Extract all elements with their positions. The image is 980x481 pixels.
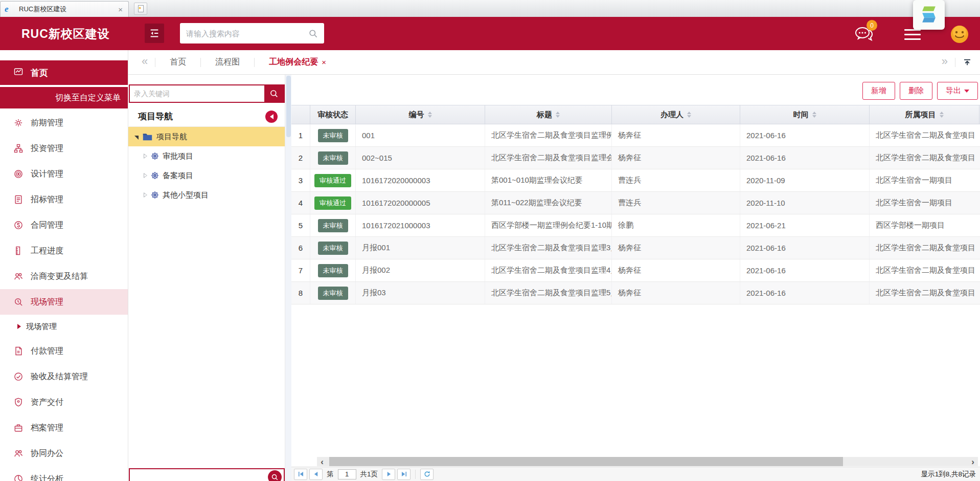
screenshot-widget[interactable] <box>913 0 945 30</box>
tab-0[interactable]: 首页 <box>155 57 200 68</box>
cell-status: 未审核 <box>310 147 356 169</box>
column-header-3[interactable]: 标题 <box>485 105 612 124</box>
tab-2[interactable]: 工地例会纪要× <box>255 57 340 68</box>
table-row[interactable]: 7未审核月报002北区学生宿舍二期及食堂项目监理4月报杨奔征2021-06-16… <box>291 259 980 282</box>
sidebar-item-menu-5[interactable]: 招标管理 <box>0 187 128 212</box>
archive-icon <box>13 423 24 433</box>
tree-panel-header: 项目导航 <box>129 106 285 127</box>
scrollbar-thumb[interactable] <box>286 76 291 137</box>
table-area: 新增 删除 导出 审核状态编号标题办理人时间所属项目 1未审核001北区学生宿舍… <box>291 75 980 481</box>
table-row[interactable]: 4审核通过1016172020000005第011~022期监理会议纪要曹连兵2… <box>291 192 980 214</box>
tree-search-button-bottom[interactable] <box>268 470 282 481</box>
caret-collapsed-icon[interactable] <box>144 192 147 198</box>
left-triangle-icon <box>270 114 274 119</box>
search-icon[interactable] <box>308 29 318 38</box>
tree-search-button[interactable] <box>264 85 284 102</box>
sidebar-item-menu-4[interactable]: 设计管理 <box>0 161 128 187</box>
caret-expanded-icon[interactable] <box>134 136 139 140</box>
column-label: 办理人 <box>660 110 683 120</box>
table-row[interactable]: 2未审核002~015北区学生宿舍二期及食堂项目监理会议纪要杨奔征2021-06… <box>291 147 980 169</box>
delete-button[interactable]: 删除 <box>900 82 932 100</box>
table-row[interactable]: 1未审核001北区学生宿舍二期及食堂项目监理例会纪要杨奔征2021-06-16北… <box>291 124 980 147</box>
vertical-scrollbar[interactable] <box>285 75 291 481</box>
user-avatar[interactable] <box>948 23 971 46</box>
tree-node-0[interactable]: 审批项目 <box>128 146 285 166</box>
sidebar-item-label: 前期管理 <box>31 118 63 128</box>
table-row[interactable]: 6未审核月报001北区学生宿舍二期及食堂项目监理3月报杨奔征2021-06-16… <box>291 237 980 259</box>
tab-1[interactable]: 流程图 <box>201 57 254 68</box>
tree-node-1[interactable]: 备案项目 <box>128 166 285 185</box>
table-row[interactable]: 3审核通过1016172020000003第001~010期监理会议纪要曹连兵2… <box>291 169 980 192</box>
caret-collapsed-icon[interactable] <box>144 173 147 178</box>
panel-collapse-button[interactable] <box>265 111 278 123</box>
messages-button[interactable]: 0 <box>853 23 875 46</box>
tree-keyword-input[interactable] <box>130 85 264 102</box>
tabs-scroll-left-icon[interactable]: « <box>128 55 155 70</box>
table-row[interactable]: 5未审核1016172021000003西区学部楼一期监理例会纪要1-10期徐鹏… <box>291 214 980 237</box>
export-button[interactable]: 导出 <box>937 82 978 100</box>
tree-node-2[interactable]: 其他小型项目 <box>128 185 285 205</box>
first-page-button[interactable] <box>294 469 307 480</box>
next-page-button[interactable] <box>382 469 395 480</box>
tree-keyword-input-bottom[interactable] <box>130 473 268 481</box>
sidebar-item-menu-6[interactable]: 合同管理 <box>0 212 128 238</box>
browser-tab[interactable]: e RUC新校区建设 × <box>0 1 129 17</box>
sidebar-item-menu-16[interactable]: 统计分析 <box>0 466 128 481</box>
sidebar-item-menu-3[interactable]: 投资管理 <box>0 136 128 161</box>
table-row[interactable]: 8未审核月报03北区学生宿舍二期及食堂项目监理5月报杨奔征2021-06-16北… <box>291 282 980 304</box>
cell-date: 2021-06-16 <box>740 237 870 259</box>
cell-code: 002~015 <box>356 147 485 169</box>
column-header-5[interactable]: 时间 <box>740 105 870 124</box>
new-tab-page-icon: ✦ <box>138 5 144 12</box>
sidebar-item-menu-0[interactable]: 首页 <box>0 60 128 85</box>
cell-code: 1016172021000003 <box>356 214 485 236</box>
sidebar-item-label: 切换至自定义菜单 <box>55 93 121 103</box>
tab-close-icon[interactable]: × <box>322 58 326 67</box>
sidebar-item-menu-7[interactable]: 工程进度 <box>0 238 128 264</box>
column-header-4[interactable]: 办理人 <box>612 105 740 124</box>
tab-label: 工地例会纪要 <box>269 57 318 68</box>
row-number: 1 <box>291 124 310 146</box>
new-tab-button[interactable]: ✦ <box>134 3 147 15</box>
column-header-0 <box>291 105 310 124</box>
sidebar-collapse-button[interactable] <box>145 24 164 43</box>
scroll-left-icon[interactable]: ‹ <box>317 457 327 466</box>
cell-handler: 杨奔征 <box>612 282 740 304</box>
people-icon <box>13 271 24 281</box>
column-header-2[interactable]: 编号 <box>356 105 485 124</box>
grid-header: 审核状态编号标题办理人时间所属项目 <box>291 105 980 124</box>
prev-page-button[interactable] <box>309 469 323 480</box>
pie-icon <box>13 474 24 481</box>
cell-title: 北区学生宿舍二期及食堂项目监理5月报 <box>485 282 612 304</box>
tabs-scroll-right-icon[interactable]: » <box>942 55 948 70</box>
page-number-input[interactable] <box>338 469 356 479</box>
sidebar-item-menu-2[interactable]: 前期管理 <box>0 110 128 136</box>
add-button[interactable]: 新增 <box>862 82 895 100</box>
sidebar-item-label: 工程进度 <box>31 246 63 256</box>
global-search-input[interactable] <box>186 29 308 38</box>
refresh-button[interactable] <box>420 469 434 480</box>
sidebar-item-switch-menu[interactable]: 切换至自定义菜单 <box>0 87 128 108</box>
row-number: 8 <box>291 282 310 304</box>
sidebar-item-label: 洽商变更及结算 <box>31 271 88 282</box>
sidebar-item-menu-12[interactable]: 验收及结算管理 <box>0 364 128 389</box>
sidebar-item-label: 招标管理 <box>31 194 63 205</box>
org-icon <box>13 143 24 154</box>
sidebar-item-label: 统计分析 <box>31 474 63 481</box>
last-page-button[interactable] <box>397 469 411 480</box>
sidebar-item-menu-11[interactable]: 付款管理 <box>0 338 128 364</box>
sidebar-item-menu-14[interactable]: 档案管理 <box>0 415 128 441</box>
tree-node-root[interactable]: 项目导航 <box>128 127 285 146</box>
browser-tab-close-icon[interactable]: × <box>117 5 124 14</box>
sidebar-item-menu-9[interactable]: 现场管理 <box>0 289 128 315</box>
sidebar-item-menu-15[interactable]: 协同办公 <box>0 441 128 466</box>
caret-collapsed-icon[interactable] <box>144 154 147 159</box>
column-header-6[interactable]: 所属项目 <box>870 105 979 124</box>
scrollbar-thumb[interactable] <box>329 457 843 466</box>
sidebar-item-menu-10[interactable]: 现场管理 <box>0 315 128 338</box>
collapse-tabs-icon[interactable] <box>963 58 972 67</box>
horizontal-scrollbar[interactable]: ‹ › <box>317 457 978 466</box>
scroll-right-icon[interactable]: › <box>968 457 978 466</box>
sidebar-item-menu-8[interactable]: 洽商变更及结算 <box>0 264 128 289</box>
sidebar-item-menu-13[interactable]: 资产交付 <box>0 389 128 415</box>
